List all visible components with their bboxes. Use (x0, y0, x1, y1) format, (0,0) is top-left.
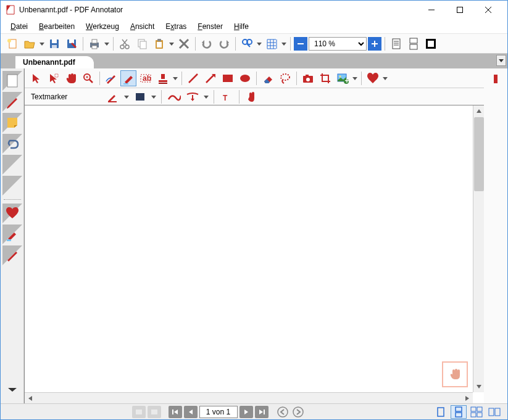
pen-tool[interactable] (103, 70, 119, 86)
scroll-left-button[interactable] (25, 395, 36, 401)
text-tool[interactable]: ab (138, 70, 154, 86)
paste-dropdown[interactable] (169, 41, 175, 46)
rail-collapse[interactable] (2, 381, 22, 401)
undo-button[interactable] (199, 36, 215, 52)
lasso-tool[interactable] (277, 70, 293, 86)
nav-back-button[interactable] (276, 406, 289, 418)
gesture-button[interactable] (244, 89, 260, 105)
svg-rect-78 (471, 407, 476, 411)
print-button[interactable] (86, 36, 102, 52)
canvas-area[interactable] (25, 105, 484, 403)
color-picker-button[interactable] (105, 89, 121, 105)
document-tab[interactable]: Unbenannt.pdf (15, 56, 94, 68)
menu-ansicht[interactable]: Ansicht (125, 21, 159, 32)
ellipse-tool[interactable] (237, 70, 253, 86)
scroll-right-button[interactable] (462, 395, 473, 401)
rail-attachment[interactable] (2, 134, 22, 154)
scroll-thumb[interactable] (474, 117, 484, 191)
delete-button[interactable] (176, 36, 192, 52)
menu-extras[interactable]: Extras (160, 21, 191, 32)
view-single-button[interactable] (433, 405, 449, 419)
fill-color-button[interactable] (132, 89, 148, 105)
eraser-tool[interactable] (260, 70, 276, 86)
first-page-button[interactable] (169, 406, 182, 418)
close-button[interactable] (474, 1, 502, 19)
stamp-dropdown[interactable] (172, 76, 178, 81)
rail-more-2[interactable] (2, 176, 22, 196)
prev-view-button[interactable] (132, 406, 146, 418)
menu-bearbeiten[interactable]: Bearbeiten (34, 21, 80, 32)
cut-button[interactable] (117, 36, 133, 52)
grid-button[interactable] (264, 36, 280, 52)
crop-tool[interactable] (317, 70, 333, 86)
scroll-down-button[interactable] (473, 381, 484, 392)
new-doc-button[interactable] (4, 36, 20, 52)
pan-tool[interactable] (63, 70, 79, 86)
zoom-in-button[interactable] (368, 37, 381, 51)
nav-forward-button[interactable] (291, 406, 305, 418)
snapshot-tool[interactable] (300, 70, 316, 86)
menu-datei[interactable]: Datei (6, 21, 33, 32)
text-style-button[interactable]: T (219, 89, 235, 105)
rail-note[interactable] (2, 113, 22, 133)
find-dropdown[interactable] (256, 41, 262, 46)
select-annotations-tool[interactable] (46, 70, 62, 86)
arrow-tool[interactable] (202, 70, 219, 86)
continuous-page-button[interactable] (406, 36, 422, 52)
rectangle-tool[interactable] (220, 70, 236, 86)
favorites-tool[interactable] (365, 70, 381, 86)
tabs-overflow-button[interactable] (496, 55, 506, 66)
document-page[interactable] (26, 107, 472, 391)
save-button[interactable] (46, 36, 62, 52)
line-width-button[interactable] (185, 89, 201, 105)
open-button[interactable] (22, 36, 38, 52)
select-tool[interactable] (28, 70, 44, 86)
scroll-up-button[interactable] (473, 105, 484, 117)
horizontal-scrollbar[interactable] (25, 392, 473, 403)
image-tool[interactable]: + (335, 70, 351, 86)
print-dropdown[interactable] (104, 41, 110, 46)
menu-hilfe[interactable]: Hilfe (229, 21, 254, 32)
line-tool[interactable] (185, 70, 201, 86)
rail-blank-page[interactable] (2, 71, 22, 91)
zoom-out-button[interactable] (294, 37, 307, 51)
color-dropdown[interactable] (123, 94, 130, 99)
redo-button[interactable] (216, 36, 232, 52)
zoom-tool[interactable] (80, 70, 96, 86)
fullscreen-button[interactable] (423, 36, 439, 52)
rail-pen-fav[interactable] (2, 245, 22, 265)
fill-dropdown[interactable] (151, 94, 157, 99)
minimize-button[interactable] (417, 1, 446, 19)
next-page-button[interactable] (239, 406, 253, 418)
zoom-select[interactable]: 110 % (309, 37, 367, 51)
rail-more-1[interactable] (2, 155, 22, 175)
rail-highlighter-fav[interactable] (2, 224, 22, 244)
view-book-button[interactable] (486, 405, 502, 419)
find-button[interactable] (239, 36, 255, 52)
prev-page-button[interactable] (184, 406, 198, 418)
image-dropdown[interactable] (352, 76, 358, 81)
rail-pen[interactable] (2, 92, 22, 112)
vertical-scrollbar[interactable] (473, 105, 484, 392)
pan-overlay-button[interactable] (442, 361, 468, 387)
stamp-tool[interactable] (155, 70, 171, 86)
highlighter-tool[interactable] (120, 70, 136, 86)
last-page-button[interactable] (255, 406, 269, 418)
width-dropdown[interactable] (203, 94, 209, 99)
stroke-style-button[interactable] (166, 89, 182, 105)
menu-werkzeug[interactable]: Werkzeug (81, 21, 124, 32)
save-as-button[interactable] (64, 36, 80, 52)
open-dropdown[interactable] (39, 41, 45, 46)
copy-button[interactable] (134, 36, 150, 52)
page-number-field[interactable]: 1 von 1 (199, 406, 238, 418)
paste-button[interactable] (151, 36, 167, 52)
next-view-button[interactable] (148, 406, 161, 418)
view-two-page-button[interactable] (468, 405, 485, 419)
rail-favorite[interactable] (2, 204, 22, 223)
single-page-button[interactable] (388, 36, 404, 52)
menu-fenster[interactable]: Fenster (193, 21, 228, 32)
grid-dropdown[interactable] (281, 41, 287, 46)
favorites-dropdown[interactable] (382, 76, 388, 81)
view-continuous-button[interactable] (451, 405, 467, 419)
maximize-button[interactable] (446, 1, 474, 19)
